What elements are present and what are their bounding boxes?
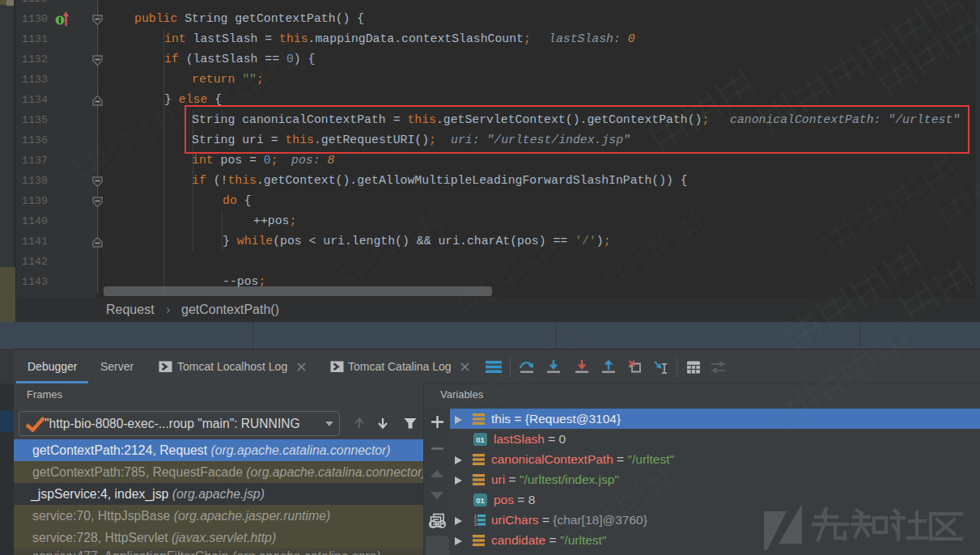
svg-text:3: 3	[474, 522, 477, 527]
svg-text:01: 01	[476, 435, 485, 444]
svg-text:01: 01	[476, 496, 485, 505]
